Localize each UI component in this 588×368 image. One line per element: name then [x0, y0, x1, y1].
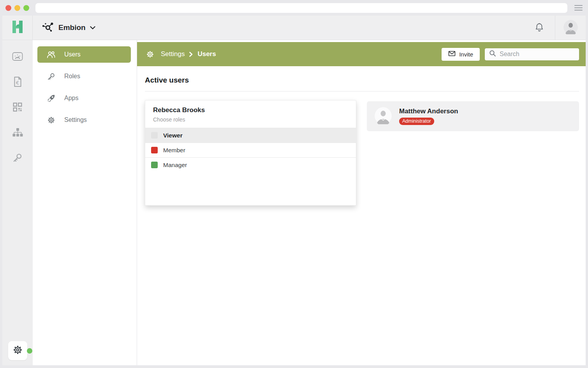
user-cards-row: Rebecca Brooks Choose roles Viewer Membe…: [145, 100, 579, 206]
user-avatar: [563, 20, 578, 36]
invoice-document-icon[interactable]: €: [12, 76, 23, 87]
maximize-button[interactable]: [23, 5, 29, 11]
browser-address-bar[interactable]: [35, 3, 567, 13]
system-settings-button[interactable]: [8, 341, 27, 360]
users-icon: [47, 50, 55, 59]
browser-chrome: [0, 0, 588, 16]
role-picker-prompt: Choose roles: [153, 116, 348, 123]
role-option-viewer[interactable]: Viewer: [145, 128, 356, 143]
app-body: €: [2, 40, 586, 365]
invite-button[interactable]: Invite: [442, 48, 480, 61]
h-logo-icon: [9, 19, 26, 37]
magnifier-icon: [489, 50, 496, 58]
role-badge: Administrator: [399, 118, 434, 125]
notifications-button[interactable]: [524, 16, 555, 40]
role-option-member[interactable]: Member: [145, 143, 356, 157]
sidebar-item-users[interactable]: Users: [37, 46, 131, 63]
role-option-label: Viewer: [163, 132, 183, 139]
role-option-manager[interactable]: Manager: [145, 157, 356, 172]
minimize-button[interactable]: [14, 5, 20, 11]
sitemap-icon[interactable]: [12, 127, 23, 138]
app-header: Embion: [2, 16, 586, 40]
sidebar-item-label: Settings: [64, 116, 87, 123]
account-menu[interactable]: [555, 16, 586, 40]
close-button[interactable]: [5, 5, 11, 11]
heading-divider: [145, 91, 579, 92]
header-actions: [524, 16, 586, 40]
role-color-swatch: [151, 147, 158, 153]
key-icon[interactable]: [12, 152, 23, 163]
role-picker-card: Rebecca Brooks Choose roles Viewer Membe…: [145, 100, 356, 206]
brand-name: Embion: [58, 23, 86, 32]
window-controls: [5, 5, 29, 11]
search-input[interactable]: [500, 51, 580, 58]
chevron-right-icon: [189, 52, 193, 57]
bell-icon: [534, 22, 544, 33]
hamburger-icon[interactable]: [574, 5, 583, 11]
role-color-swatch: [151, 132, 158, 139]
molecule-icon: [42, 21, 54, 34]
gear-icon: [47, 116, 55, 124]
sidebar-item-label: Users: [64, 51, 81, 58]
page-title: Active users: [145, 76, 579, 85]
icon-rail: €: [2, 40, 33, 365]
role-option-label: Manager: [163, 162, 187, 169]
role-picker-header: Rebecca Brooks Choose roles: [145, 100, 356, 128]
settings-sidebar: Users Roles: [33, 40, 137, 365]
role-picker-user-name: Rebecca Brooks: [153, 106, 348, 114]
role-option-label: Member: [163, 147, 185, 154]
main-panel: Settings Users Invite: [137, 40, 586, 365]
envelope-icon: [448, 51, 456, 58]
invite-label: Invite: [459, 51, 473, 58]
sidebar-item-label: Roles: [64, 73, 80, 80]
search-box: [485, 48, 579, 60]
sidebar-item-settings[interactable]: Settings: [37, 112, 131, 128]
chevron-down-icon: [90, 24, 95, 31]
active-user-card[interactable]: Matthew Anderson Administrator: [367, 101, 579, 131]
role-color-swatch: [151, 162, 158, 168]
key-icon: [47, 72, 55, 81]
user-name: Matthew Anderson: [399, 107, 458, 115]
sidebar-item-label: Apps: [64, 95, 78, 102]
app-window: Embion: [2, 16, 586, 365]
breadcrumb-settings[interactable]: Settings: [161, 50, 185, 58]
gear-icon: [12, 345, 23, 357]
breadcrumb-bar: Settings Users Invite: [137, 42, 586, 66]
apps-grid-icon[interactable]: [12, 102, 23, 113]
user-avatar: [375, 107, 392, 126]
gear-icon: [146, 50, 154, 58]
dashboard-gauge-icon[interactable]: [12, 51, 23, 62]
svg-text:€: €: [16, 80, 19, 86]
user-info: Matthew Anderson Administrator: [399, 107, 458, 125]
sidebar-item-roles[interactable]: Roles: [37, 68, 131, 85]
status-dot: [27, 348, 32, 354]
sidebar-item-apps[interactable]: Apps: [37, 90, 131, 106]
rocket-icon: [47, 94, 55, 102]
app-logo[interactable]: [2, 16, 33, 40]
org-switcher[interactable]: Embion: [33, 16, 95, 40]
breadcrumb-users: Users: [197, 50, 216, 58]
main-content: Active users Rebecca Brooks Choose roles…: [137, 66, 586, 206]
role-picker-footer: [145, 172, 356, 205]
